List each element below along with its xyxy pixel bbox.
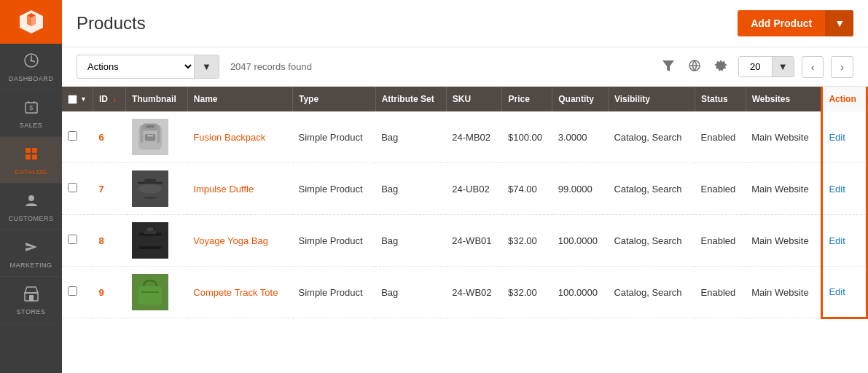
product-name-link[interactable]: Impulse Duffle <box>193 184 254 195</box>
th-price[interactable]: Price <box>502 87 552 111</box>
row-quantity: 100.0000 <box>552 267 609 318</box>
sidebar-item-stores-label: STORES <box>17 308 46 315</box>
prev-page-button[interactable]: ‹ <box>802 56 824 78</box>
row-thumbnail <box>126 111 188 163</box>
row-thumbnail <box>126 215 188 267</box>
stores-icon <box>23 286 39 305</box>
svg-point-25 <box>138 184 162 194</box>
svg-point-8 <box>28 195 34 201</box>
th-quantity[interactable]: Quantity <box>552 87 609 111</box>
row-edit-link[interactable]: Edit <box>829 132 845 143</box>
row-websites: Main Website <box>746 267 822 318</box>
row-websites: Main Website <box>746 163 822 215</box>
th-websites[interactable]: Websites <box>746 87 822 111</box>
sidebar-item-catalog[interactable]: CATALOG <box>0 137 62 184</box>
columns-icon[interactable] <box>684 55 705 79</box>
svg-rect-5 <box>32 148 37 153</box>
row-name: Compete Track Tote <box>187 267 292 318</box>
logo[interactable] <box>0 0 62 44</box>
product-name-link[interactable]: Compete Track Tote <box>193 287 278 298</box>
row-websites: Main Website <box>746 215 822 267</box>
per-page-input[interactable]: 20 <box>739 57 772 76</box>
sales-icon: $ <box>23 99 39 119</box>
svg-marker-12 <box>662 60 674 71</box>
row-checkbox-cell <box>62 215 93 267</box>
th-status[interactable]: Status <box>695 87 746 111</box>
row-edit-link[interactable]: Edit <box>829 286 845 297</box>
product-name-link[interactable]: Voyage Yoga Bag <box>193 235 268 246</box>
row-checkbox[interactable] <box>68 183 77 192</box>
actions-select[interactable]: Actions <box>77 55 194 78</box>
row-checkbox[interactable] <box>68 131 77 141</box>
row-id: 7 <box>93 163 125 215</box>
svg-rect-27 <box>144 178 156 183</box>
sidebar-item-stores[interactable]: STORES <box>0 277 62 323</box>
row-visibility: Catalog, Search <box>608 215 695 267</box>
id-sort-icon: ↓ <box>112 94 117 104</box>
th-type[interactable]: Type <box>293 87 376 111</box>
row-edit-link[interactable]: Edit <box>829 235 845 246</box>
product-name-link[interactable]: Fusion Backpack <box>193 132 265 143</box>
customers-icon <box>23 192 39 212</box>
row-action: Edit <box>822 111 867 163</box>
actions-dropdown-arrow[interactable]: ▼ <box>194 55 219 78</box>
row-websites: Main Website <box>746 111 822 163</box>
row-checkbox[interactable] <box>68 286 77 296</box>
add-product-button[interactable]: Add Product ▼ <box>738 10 853 36</box>
row-price: $100.00 <box>502 111 552 163</box>
product-thumbnail <box>132 170 168 207</box>
row-name: Fusion Backpack <box>187 111 292 163</box>
product-thumbnail <box>132 222 168 259</box>
row-checkbox-cell <box>62 267 93 318</box>
row-thumbnail <box>126 267 188 318</box>
sidebar-item-marketing-label: MARKETING <box>9 262 52 269</box>
th-visibility[interactable]: Visibility <box>608 87 695 111</box>
row-name: Impulse Duffle <box>187 163 292 215</box>
add-product-dropdown-arrow[interactable]: ▼ <box>825 10 853 36</box>
row-checkbox[interactable] <box>68 235 77 244</box>
th-id[interactable]: ID ↓ <box>93 87 125 111</box>
row-price: $32.00 <box>502 267 552 318</box>
row-status: Enabled <box>695 163 746 215</box>
add-product-label: Add Product <box>738 10 825 36</box>
th-sku[interactable]: SKU <box>446 87 502 111</box>
per-page-dropdown-arrow[interactable]: ▼ <box>772 57 794 76</box>
sidebar: DASHBOARD $ SALES CATALOG <box>0 0 62 373</box>
row-visibility: Catalog, Search <box>608 267 695 318</box>
row-price: $74.00 <box>502 163 552 215</box>
svg-rect-6 <box>26 154 31 160</box>
product-thumbnail <box>132 119 168 155</box>
select-all-checkbox[interactable] <box>68 95 77 104</box>
sidebar-item-sales[interactable]: $ SALES <box>0 90 62 137</box>
svg-rect-22 <box>146 125 154 127</box>
row-visibility: Catalog, Search <box>608 163 695 215</box>
sidebar-item-dashboard-label: DASHBOARD <box>9 75 54 82</box>
svg-rect-20 <box>140 125 143 143</box>
svg-marker-9 <box>26 243 37 251</box>
next-page-button[interactable]: › <box>831 56 853 78</box>
filter-icon[interactable] <box>658 55 679 79</box>
settings-icon[interactable] <box>711 55 731 79</box>
svg-rect-7 <box>32 154 37 160</box>
svg-rect-19 <box>147 136 153 137</box>
sidebar-item-customers[interactable]: CUSTOMERS <box>0 184 62 230</box>
checkbox-dropdown-arrow[interactable]: ▼ <box>80 95 87 103</box>
row-attribute-set: Bag <box>375 215 446 267</box>
row-edit-link[interactable]: Edit <box>829 184 845 195</box>
products-table-container: ▼ ID ↓ Thumbnail Name Type Attribute Set… <box>62 87 868 373</box>
th-name[interactable]: Name <box>187 87 292 111</box>
row-id: 9 <box>93 267 125 318</box>
row-visibility: Catalog, Search <box>608 111 695 163</box>
table-row: 6 Fusion Backpack Simple Product Bag 24-… <box>62 111 867 163</box>
row-type: Simple Product <box>293 267 376 318</box>
th-attribute-set[interactable]: Attribute Set <box>375 87 446 111</box>
main-content: Products Add Product ▼ Actions ▼ 2047 re… <box>62 0 868 373</box>
catalog-icon <box>23 146 39 165</box>
products-table: ▼ ID ↓ Thumbnail Name Type Attribute Set… <box>62 87 868 319</box>
sidebar-item-marketing[interactable]: MARKETING <box>0 230 62 277</box>
sidebar-item-catalog-label: CATALOG <box>15 168 47 176</box>
row-id: 8 <box>93 215 125 267</box>
sidebar-item-dashboard[interactable]: DASHBOARD <box>0 44 62 90</box>
row-action: Edit <box>822 215 867 267</box>
th-checkbox: ▼ <box>62 87 93 111</box>
